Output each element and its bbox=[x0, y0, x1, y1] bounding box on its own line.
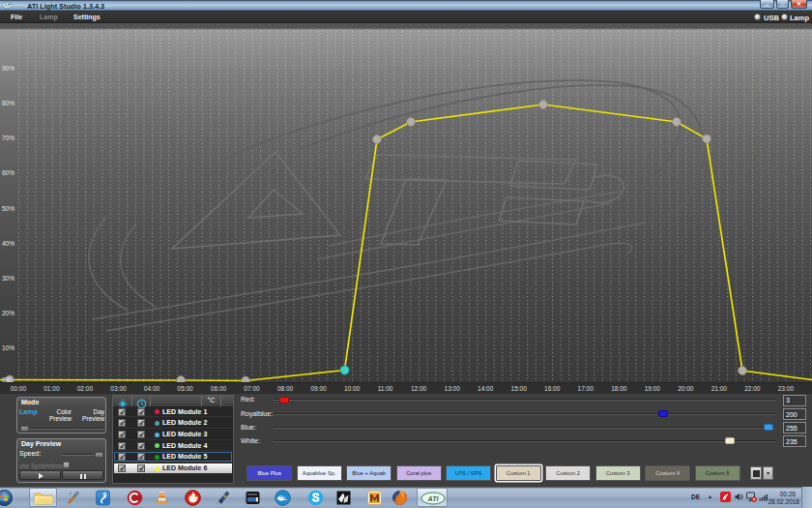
svg-text:ATI: ATI bbox=[427, 495, 440, 502]
